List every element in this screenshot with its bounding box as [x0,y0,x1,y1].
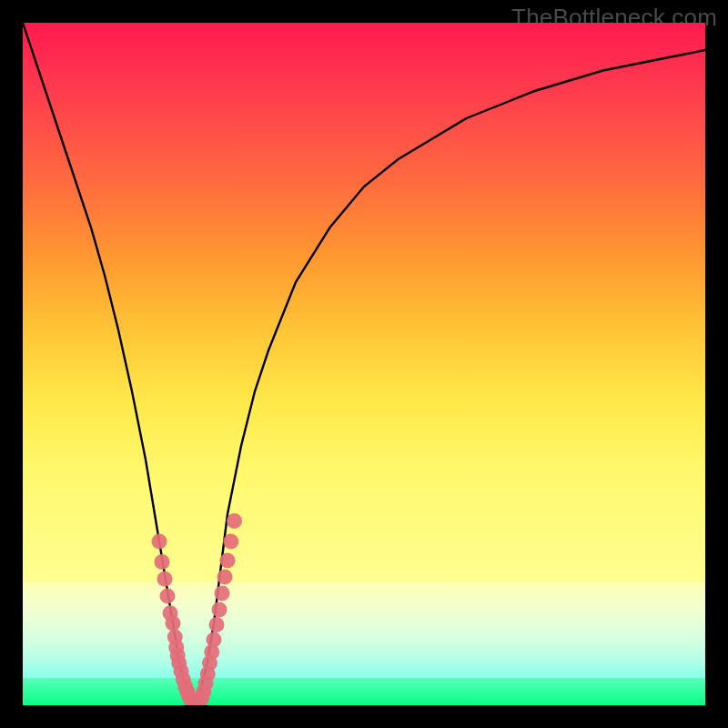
marker-point [152,534,167,550]
marker-point [160,589,176,604]
chart-frame: TheBottleneck.com [0,0,728,728]
marker-point [207,632,222,648]
marker-point [157,571,173,587]
marker-point [209,617,225,632]
marker-point [166,616,181,632]
curve-layer [23,23,705,705]
bottleneck-curve-path [23,23,705,705]
marker-point [217,570,233,585]
highlight-markers [152,513,243,705]
plot-area [23,23,705,705]
marker-point [212,602,228,618]
marker-point [155,554,170,570]
marker-point [220,553,236,569]
marker-point [223,534,238,550]
marker-point [215,586,230,602]
marker-point [227,513,242,529]
